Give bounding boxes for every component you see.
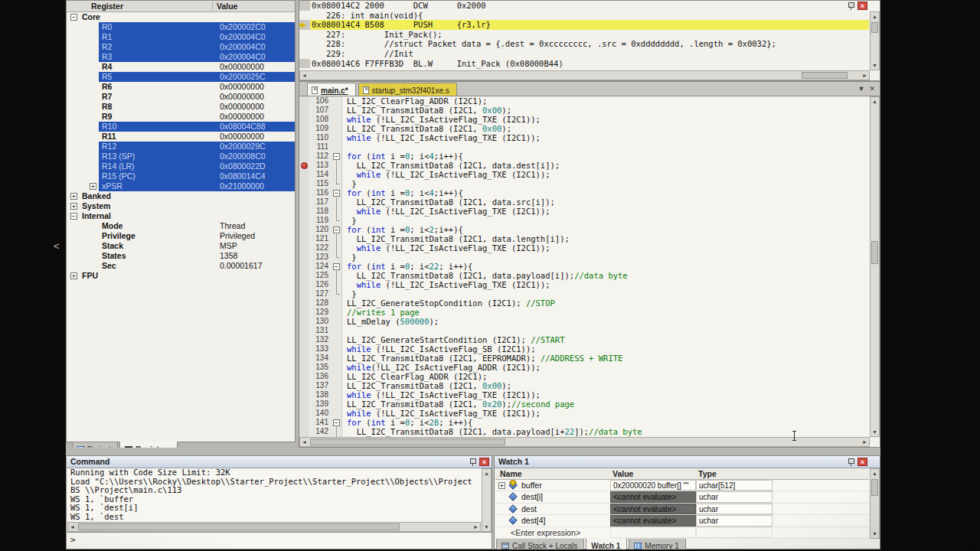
pin-icon[interactable]: [848, 458, 854, 466]
register-value[interactable]: 0x00000000: [220, 112, 264, 122]
register-row-privilege[interactable]: PrivilegePrivileged: [67, 231, 295, 241]
scroll-down-icon[interactable]: ▼: [871, 530, 879, 538]
fold-collapse-icon[interactable]: −: [333, 419, 340, 426]
scroll-left-icon[interactable]: ◄: [300, 71, 309, 80]
code-line-124[interactable]: 124−for (int i =0; i<22; i++){: [299, 262, 870, 271]
breakpoint-margin[interactable]: [299, 142, 309, 152]
register-row-xpsr[interactable]: +xPSR0x21000000: [67, 181, 295, 191]
breakpoint-margin[interactable]: [299, 234, 309, 243]
watch-type-cell[interactable]: uchar[512]: [696, 480, 773, 491]
register-row-r10[interactable]: R100x08004C88: [67, 122, 295, 132]
register-group-internal[interactable]: −Internal: [67, 211, 295, 221]
breakpoint-margin[interactable]: [299, 225, 309, 234]
register-value[interactable]: 1358: [220, 251, 237, 261]
scroll-thumb[interactable]: [78, 523, 400, 530]
fold-collapse-icon[interactable]: −: [333, 153, 340, 160]
scroll-up-icon[interactable]: ▲: [871, 469, 879, 478]
breakpoint-margin[interactable]: [299, 280, 309, 289]
scroll-down-icon[interactable]: ▼: [871, 428, 879, 436]
breakpoint-margin[interactable]: [299, 390, 309, 399]
code-line-129[interactable]: 129//writes 1 page: [299, 308, 870, 317]
register-row-r9[interactable]: R90x00000000: [67, 112, 295, 122]
scroll-down-icon[interactable]: ▼: [482, 523, 491, 531]
breakpoint-icon[interactable]: [301, 162, 308, 169]
code-line-140[interactable]: 140while (!LL_I2C_IsActiveFlag_TXE (I2C1…: [299, 409, 870, 418]
fold-collapse-icon[interactable]: −: [333, 227, 340, 233]
scroll-left-icon[interactable]: ◄: [68, 523, 77, 531]
scroll-thumb[interactable]: [310, 439, 505, 445]
expand-icon[interactable]: +: [70, 272, 77, 279]
register-group-banked[interactable]: +Banked: [67, 191, 295, 201]
code-line-109[interactable]: 109LL_I2C_TransmitData8 (I2C1, 0x00);: [299, 124, 870, 133]
breakpoint-margin[interactable]: [299, 335, 309, 344]
code-line-126[interactable]: 126 while (!LL_I2C_IsActiveFlag_TXE (I2C…: [299, 280, 870, 289]
scroll-left-icon[interactable]: ◄: [300, 438, 309, 446]
collapse-icon[interactable]: −: [70, 213, 77, 220]
fold-collapse-icon[interactable]: −: [333, 263, 340, 270]
breakpoint-margin[interactable]: [299, 253, 309, 262]
breakpoint-margin[interactable]: [299, 372, 309, 381]
register-row-mode[interactable]: ModeThread: [67, 221, 295, 231]
watch-name-cell[interactable]: <Enter expression>: [495, 527, 610, 538]
code-line-142[interactable]: 142 LL_I2C_TransmitData8 (I2C1, data.pay…: [299, 427, 870, 436]
register-value[interactable]: 0.00001617: [220, 261, 262, 271]
register-value[interactable]: Privileged: [220, 231, 255, 241]
breakpoint-margin[interactable]: [299, 381, 309, 390]
disassembly-line-6[interactable]: 0x080014C6 F7FFFB3D BL.W Init_Pack (0x08…: [299, 59, 869, 69]
close-icon[interactable]: ×: [479, 458, 489, 466]
register-value[interactable]: 0x200004C0: [220, 42, 266, 52]
breakpoint-margin[interactable]: [299, 418, 309, 427]
register-row-r8[interactable]: R80x00000000: [67, 102, 295, 112]
disassembly-line-5[interactable]: 229: //Init: [299, 49, 869, 59]
register-value[interactable]: 0x00000000: [220, 62, 264, 72]
breakpoint-margin[interactable]: [299, 197, 309, 207]
register-value[interactable]: 0x00000000: [220, 102, 264, 112]
register-value[interactable]: 0x21000000: [220, 181, 264, 191]
watch-type-cell[interactable]: [696, 527, 773, 538]
register-row-r15-pc[interactable]: R15 (PC)0x080014C4: [67, 171, 295, 181]
breakpoint-margin[interactable]: [299, 344, 309, 354]
code-line-137[interactable]: 137LL_I2C_TransmitData8 (I2C1, 0x00);: [299, 381, 870, 390]
watch-value-cell[interactable]: [610, 527, 696, 538]
register-row-r12[interactable]: R120x2000029C: [67, 142, 295, 152]
watch-row-dest[interactable]: dest<cannot evaluate>uchar: [495, 504, 869, 515]
code-line-134[interactable]: 134LL_I2C_TransmitData8 (I2C1, EEPROMADR…: [299, 354, 870, 363]
scroll-down-icon[interactable]: ▼: [871, 61, 879, 70]
breakpoint-margin[interactable]: [299, 354, 309, 363]
register-value[interactable]: 0x080014C4: [220, 171, 266, 181]
register-row-r6[interactable]: R60x00000000: [67, 82, 295, 92]
register-value[interactable]: 0x200004C0: [220, 32, 266, 42]
register-value[interactable]: Thread: [220, 221, 245, 231]
watch-row-enter-expression[interactable]: <Enter expression>: [495, 527, 869, 539]
scroll-right-icon[interactable]: ►: [472, 523, 480, 531]
expand-icon[interactable]: +: [70, 203, 77, 210]
code-line-113[interactable]: 113 LL_I2C_TransmitData8 (I2C1, data.des…: [299, 161, 870, 170]
command-hscrollbar[interactable]: ◄ ►: [67, 522, 481, 532]
register-value[interactable]: 0x00000000: [220, 82, 264, 92]
scroll-up-icon[interactable]: ▲: [871, 97, 879, 106]
code-line-135[interactable]: 135while(!LL_I2C_IsActiveFlag_ADDR (I2C1…: [299, 363, 870, 372]
disassembly-line-3[interactable]: 227: Init_Pack();: [299, 30, 869, 40]
breakpoint-margin[interactable]: [299, 427, 309, 436]
breakpoint-margin[interactable]: [299, 170, 309, 179]
code-line-131[interactable]: 131: [299, 326, 870, 335]
watch-value-cell[interactable]: <cannot evaluate>: [610, 504, 696, 514]
breakpoint-margin[interactable]: [299, 262, 309, 271]
column-divider[interactable]: [212, 2, 213, 11]
scroll-up-icon[interactable]: ▲: [871, 12, 879, 21]
code-line-115[interactable]: 115 }: [299, 179, 870, 188]
code-line-133[interactable]: 133while (!LL_I2C_IsActiveFlag_SB (I2C1)…: [299, 344, 870, 354]
code-line-112[interactable]: 112−for (int i =0; i<4;i++){: [299, 152, 870, 161]
fold-collapse-icon[interactable]: −: [333, 190, 340, 197]
breakpoint-margin[interactable]: [299, 133, 309, 142]
register-value[interactable]: 0x200008C0: [220, 152, 266, 161]
watch-row-buffer[interactable]: +buffer0x20000020 buffer[] ""uchar[512]: [495, 480, 869, 491]
chevron-down-icon[interactable]: ▼: [858, 85, 865, 93]
file-tab-main-c[interactable]: main.c*: [307, 83, 356, 96]
code-line-130[interactable]: 130LL_mDelay (500000);: [299, 317, 870, 326]
breakpoint-margin[interactable]: [299, 207, 309, 216]
register-row-r4[interactable]: R40x00000000: [67, 62, 295, 72]
code-line-139[interactable]: 139LL_I2C_TransmitData8 (I2C1, 0x20);//s…: [299, 399, 870, 409]
code-line-122[interactable]: 122 while (!LL_I2C_IsActiveFlag_TXE (I2C…: [299, 243, 870, 253]
breakpoint-margin[interactable]: [299, 179, 309, 188]
